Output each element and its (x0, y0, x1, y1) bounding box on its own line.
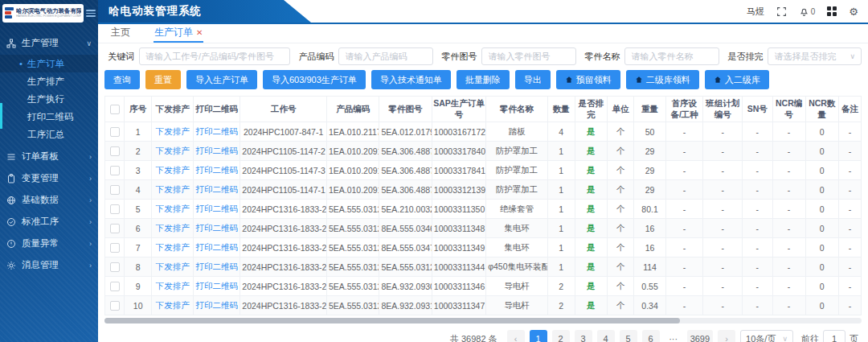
row-checkbox[interactable] (110, 224, 120, 233)
horizontal-scrollbar-thumb[interactable] (104, 318, 680, 323)
table-cell: 4 (547, 122, 575, 142)
goto-page-input[interactable] (823, 330, 845, 342)
sidebar-item-production-execution[interactable]: 生产执行 (0, 90, 98, 108)
sidebar-item-print-qrcode[interactable]: 打印二维码 (0, 108, 98, 126)
table-cell: 0 (805, 142, 838, 161)
table-cell: 个 (607, 219, 634, 238)
row-checkbox[interactable] (110, 262, 120, 272)
keyword-input[interactable] (139, 47, 290, 65)
part-drawing-no-input[interactable] (481, 47, 576, 65)
notification-bell-icon[interactable]: 0 (799, 6, 816, 17)
sidebar-item-production-management[interactable]: 生产管理∨ (0, 32, 98, 54)
tab-production-orders[interactable]: 生产订单 ✕ (154, 24, 203, 43)
column-header: 打印二维码 (194, 97, 240, 122)
dispatch-link[interactable]: 下发排产 (151, 258, 193, 277)
table-cell: - (838, 238, 861, 258)
row-checkbox[interactable] (110, 243, 120, 253)
row-checkbox[interactable] (110, 282, 120, 291)
import-tech-notice-button[interactable]: 导入技术通知单 (371, 70, 451, 89)
print-qrcode-link[interactable]: 打印二维码 (194, 277, 240, 296)
batch-delete-button[interactable]: 批量删除 (457, 70, 510, 89)
settings-gear-icon[interactable]: ⚙ (849, 6, 858, 17)
print-qrcode-link[interactable]: 打印二维码 (194, 258, 240, 277)
reset-button[interactable]: 重置 (145, 70, 181, 89)
row-checkbox[interactable] (110, 204, 120, 214)
part-name-input[interactable] (624, 47, 719, 65)
row-checkbox[interactable] (110, 146, 120, 156)
username[interactable]: 马煜 (747, 6, 764, 18)
row-checkbox[interactable] (110, 166, 120, 175)
print-qrcode-link[interactable]: 打印二维码 (194, 180, 240, 200)
apps-grid-icon[interactable] (827, 6, 837, 16)
sidebar-item-standard-process[interactable]: 标准工序› (0, 211, 98, 233)
sidebar-item-basic-data[interactable]: 基础数据› (0, 189, 98, 211)
sidebar-item-change-management[interactable]: 变更管理› (0, 167, 98, 189)
table-cell: 5EA.555.0312 (326, 258, 379, 277)
into-secondary-store-button[interactable]: 入二级库 (705, 70, 769, 89)
sidebar-item-message-management[interactable]: 消息管理› (0, 254, 98, 276)
table-cell: 1 (547, 161, 575, 180)
page-button-3699[interactable]: 3699 (687, 330, 713, 342)
table-cell: 0 (805, 277, 838, 296)
sidebar-item-process-summary[interactable]: 工序汇总 (0, 126, 98, 143)
table-cell: - (743, 296, 772, 315)
print-qrcode-link[interactable]: 打印二维码 (194, 200, 240, 219)
page-size-select[interactable]: 10条/页 ∨ (740, 330, 793, 342)
table-cell: - (772, 277, 805, 296)
table-cell: 0.34 (634, 296, 665, 315)
print-qrcode-link[interactable]: 打印二维码 (194, 296, 240, 315)
menu-collapse-icon[interactable] (86, 8, 96, 19)
page-button-2[interactable]: 2 (552, 330, 570, 342)
product-code-input[interactable] (338, 47, 433, 65)
pagination-total: 共 36982 条 (450, 333, 497, 342)
page-button-6[interactable]: 6 (642, 330, 660, 342)
export-button[interactable]: 导出 (515, 70, 551, 89)
dispatch-link[interactable]: 下发排产 (151, 296, 193, 315)
reserve-picking-button[interactable]: 预留领料 (556, 70, 620, 89)
prev-page-button[interactable]: ‹ (507, 330, 525, 342)
fullscreen-icon[interactable] (776, 6, 787, 17)
print-qrcode-link[interactable]: 打印二维码 (194, 238, 240, 258)
print-qrcode-link[interactable]: 打印二维码 (194, 142, 240, 161)
table-cell: 2024HPC1105-1147-1 (240, 180, 327, 200)
print-qrcode-link[interactable]: 打印二维码 (194, 122, 240, 142)
dispatch-link[interactable]: 下发排产 (151, 277, 193, 296)
next-page-button[interactable]: › (718, 330, 735, 342)
table-cell: 5EA.012.0179 (379, 122, 432, 142)
page-button-3[interactable]: 3 (575, 330, 592, 342)
page-button-5[interactable]: 5 (620, 330, 637, 342)
table-cell: 2024HPC1105-1147-3 (240, 161, 327, 180)
row-checkbox[interactable] (110, 301, 120, 311)
select-all-checkbox[interactable] (110, 105, 120, 114)
sidebar-item-quality-exception[interactable]: 质量异常› (0, 233, 98, 254)
dispatch-link[interactable]: 下发排产 (151, 122, 193, 142)
clipboard-icon (6, 173, 17, 183)
table-cell: 2024HPC1316-1833-2 (240, 238, 327, 258)
table-cell: 5EA.555.0312 (326, 296, 379, 315)
page-button-4[interactable]: 4 (597, 330, 615, 342)
secondary-store-picking-button[interactable]: 二级库领料 (626, 70, 699, 89)
tab-home[interactable]: 主页 (110, 24, 131, 43)
dispatch-link[interactable]: 下发排产 (151, 161, 193, 180)
is-scheduled-select[interactable]: 请选择是否排完 ∨ (768, 47, 862, 65)
dispatch-link[interactable]: 下发排产 (151, 200, 193, 219)
import-orders-button[interactable]: 导入生产订单 (186, 70, 257, 89)
page-button-1[interactable]: 1 (530, 330, 547, 342)
print-qrcode-link[interactable]: 打印二维码 (194, 161, 240, 180)
close-tab-icon[interactable]: ✕ (196, 28, 203, 37)
column-header: 产品编码 (326, 97, 379, 122)
dispatch-link[interactable]: 下发排产 (151, 142, 193, 161)
row-checkbox[interactable] (110, 185, 120, 195)
sidebar-item-production-orders[interactable]: •生产订单 (0, 55, 98, 72)
table-cell: 防护罩加工 (486, 180, 548, 200)
row-checkbox[interactable] (110, 127, 120, 137)
print-qrcode-link[interactable]: 打印二维码 (194, 219, 240, 238)
search-button[interactable]: 查询 (104, 70, 140, 89)
sidebar-item-order-board[interactable]: 订单看板› (0, 146, 98, 167)
sidebar-item-production-scheduling[interactable]: 生产排产 (0, 72, 98, 90)
dispatch-link[interactable]: 下发排产 (151, 238, 193, 258)
dispatch-link[interactable]: 下发排产 (151, 219, 193, 238)
table-cell: - (838, 219, 861, 238)
import-603-903-orders-button[interactable]: 导入603/903生产订单 (263, 70, 366, 89)
dispatch-link[interactable]: 下发排产 (151, 180, 193, 200)
